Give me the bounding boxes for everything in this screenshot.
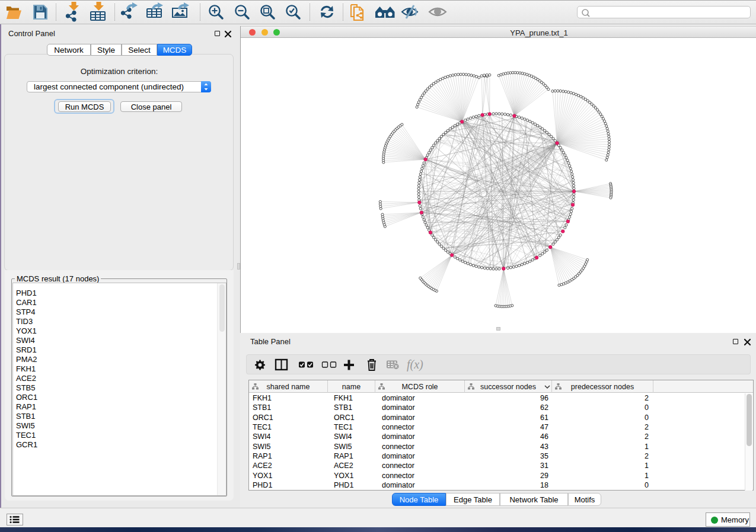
svg-text:f(x): f(x)	[407, 358, 423, 371]
